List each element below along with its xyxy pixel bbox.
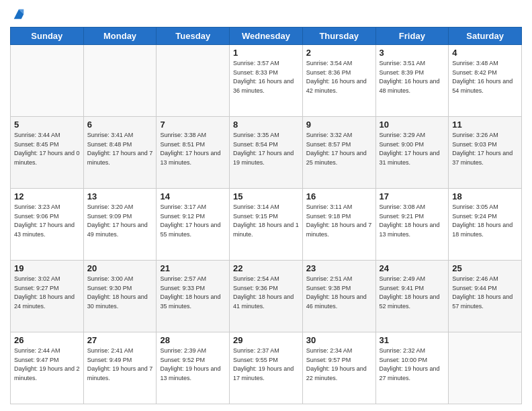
day-cell-25: 25Sunrise: 2:46 AMSunset: 9:44 PMDayligh… xyxy=(449,261,522,332)
day-number: 20 xyxy=(87,263,153,273)
day-cell-13: 13Sunrise: 3:20 AMSunset: 9:09 PMDayligh… xyxy=(83,189,157,261)
empty-cell xyxy=(11,45,84,117)
day-cell-3: 3Sunrise: 3:51 AMSunset: 8:39 PMDaylight… xyxy=(375,45,449,117)
day-info: Sunrise: 3:51 AMSunset: 8:39 PMDaylight:… xyxy=(380,59,445,95)
day-number: 1 xyxy=(233,48,299,58)
day-cell-20: 20Sunrise: 3:00 AMSunset: 9:30 PMDayligh… xyxy=(83,261,157,332)
week-row-2: 5Sunrise: 3:44 AMSunset: 8:45 PMDaylight… xyxy=(11,117,522,189)
day-info: Sunrise: 3:44 AMSunset: 8:45 PMDaylight:… xyxy=(14,131,80,167)
week-row-5: 26Sunrise: 2:44 AMSunset: 9:47 PMDayligh… xyxy=(11,332,522,404)
day-info: Sunrise: 2:49 AMSunset: 9:41 PMDaylight:… xyxy=(380,275,445,311)
day-number: 22 xyxy=(233,263,299,273)
day-number: 31 xyxy=(380,335,445,345)
day-number: 8 xyxy=(233,120,299,130)
day-cell-15: 15Sunrise: 3:14 AMSunset: 9:15 PMDayligh… xyxy=(230,189,303,261)
day-number: 12 xyxy=(14,191,80,201)
day-cell-1: 1Sunrise: 3:57 AMSunset: 8:33 PMDaylight… xyxy=(230,45,303,117)
day-cell-17: 17Sunrise: 3:08 AMSunset: 9:21 PMDayligh… xyxy=(375,189,449,261)
day-info: Sunrise: 3:11 AMSunset: 9:18 PMDaylight:… xyxy=(306,203,372,239)
day-cell-7: 7Sunrise: 3:38 AMSunset: 8:51 PMDaylight… xyxy=(157,117,230,189)
day-info: Sunrise: 2:34 AMSunset: 9:57 PMDaylight:… xyxy=(306,347,372,383)
day-cell-26: 26Sunrise: 2:44 AMSunset: 9:47 PMDayligh… xyxy=(11,332,84,404)
day-info: Sunrise: 2:39 AMSunset: 9:52 PMDaylight:… xyxy=(160,347,226,383)
page: SundayMondayTuesdayWednesdayThursdayFrid… xyxy=(0,0,532,411)
day-number: 15 xyxy=(233,191,299,201)
empty-cell xyxy=(157,45,230,117)
day-number: 16 xyxy=(306,191,372,201)
weekday-header-wednesday: Wednesday xyxy=(230,28,303,45)
day-number: 19 xyxy=(14,263,80,273)
day-cell-19: 19Sunrise: 3:02 AMSunset: 9:27 PMDayligh… xyxy=(11,261,84,332)
header xyxy=(10,7,522,21)
calendar-table: SundayMondayTuesdayWednesdayThursdayFrid… xyxy=(10,27,522,404)
day-number: 28 xyxy=(160,335,226,345)
day-cell-29: 29Sunrise: 2:37 AMSunset: 9:55 PMDayligh… xyxy=(230,332,303,404)
week-row-4: 19Sunrise: 3:02 AMSunset: 9:27 PMDayligh… xyxy=(11,261,522,332)
day-info: Sunrise: 3:26 AMSunset: 9:03 PMDaylight:… xyxy=(452,131,518,167)
weekday-header-friday: Friday xyxy=(375,28,449,45)
day-number: 27 xyxy=(87,335,153,345)
day-number: 24 xyxy=(380,263,445,273)
day-info: Sunrise: 3:35 AMSunset: 8:54 PMDaylight:… xyxy=(233,131,299,167)
weekday-header-monday: Monday xyxy=(83,28,157,45)
day-number: 14 xyxy=(160,191,226,201)
day-info: Sunrise: 2:32 AMSunset: 10:00 PMDaylight… xyxy=(380,347,445,383)
day-cell-12: 12Sunrise: 3:23 AMSunset: 9:06 PMDayligh… xyxy=(11,189,84,261)
weekday-header-row: SundayMondayTuesdayWednesdayThursdayFrid… xyxy=(11,28,522,45)
day-cell-16: 16Sunrise: 3:11 AMSunset: 9:18 PMDayligh… xyxy=(302,189,375,261)
day-cell-9: 9Sunrise: 3:32 AMSunset: 8:57 PMDaylight… xyxy=(302,117,375,189)
day-number: 23 xyxy=(306,263,372,273)
day-info: Sunrise: 3:05 AMSunset: 9:24 PMDaylight:… xyxy=(452,203,518,239)
weekday-header-tuesday: Tuesday xyxy=(157,28,230,45)
weekday-header-thursday: Thursday xyxy=(302,28,375,45)
day-info: Sunrise: 3:17 AMSunset: 9:12 PMDaylight:… xyxy=(160,203,226,239)
day-info: Sunrise: 3:14 AMSunset: 9:15 PMDaylight:… xyxy=(233,203,299,239)
day-number: 6 xyxy=(87,120,153,130)
day-info: Sunrise: 3:20 AMSunset: 9:09 PMDaylight:… xyxy=(87,203,153,239)
day-info: Sunrise: 2:51 AMSunset: 9:38 PMDaylight:… xyxy=(306,275,372,311)
day-number: 2 xyxy=(306,48,372,58)
day-number: 5 xyxy=(14,120,80,130)
day-info: Sunrise: 3:57 AMSunset: 8:33 PMDaylight:… xyxy=(233,59,299,95)
day-info: Sunrise: 3:23 AMSunset: 9:06 PMDaylight:… xyxy=(14,203,80,239)
day-info: Sunrise: 2:46 AMSunset: 9:44 PMDaylight:… xyxy=(452,275,518,311)
day-number: 29 xyxy=(233,335,299,345)
day-number: 3 xyxy=(380,48,445,58)
day-number: 25 xyxy=(452,263,518,273)
day-info: Sunrise: 3:00 AMSunset: 9:30 PMDaylight:… xyxy=(87,275,153,311)
day-number: 21 xyxy=(160,263,226,273)
day-info: Sunrise: 2:57 AMSunset: 9:33 PMDaylight:… xyxy=(160,275,226,311)
day-info: Sunrise: 2:41 AMSunset: 9:49 PMDaylight:… xyxy=(87,347,153,383)
week-row-3: 12Sunrise: 3:23 AMSunset: 9:06 PMDayligh… xyxy=(11,189,522,261)
day-cell-21: 21Sunrise: 2:57 AMSunset: 9:33 PMDayligh… xyxy=(157,261,230,332)
day-info: Sunrise: 3:48 AMSunset: 8:42 PMDaylight:… xyxy=(452,59,518,95)
empty-cell xyxy=(83,45,157,117)
day-cell-5: 5Sunrise: 3:44 AMSunset: 8:45 PMDaylight… xyxy=(11,117,84,189)
day-info: Sunrise: 3:32 AMSunset: 8:57 PMDaylight:… xyxy=(306,131,372,167)
day-cell-2: 2Sunrise: 3:54 AMSunset: 8:36 PMDaylight… xyxy=(302,45,375,117)
day-info: Sunrise: 3:08 AMSunset: 9:21 PMDaylight:… xyxy=(380,203,445,239)
day-number: 7 xyxy=(160,120,226,130)
day-cell-24: 24Sunrise: 2:49 AMSunset: 9:41 PMDayligh… xyxy=(375,261,449,332)
day-cell-31: 31Sunrise: 2:32 AMSunset: 10:00 PMDaylig… xyxy=(375,332,449,404)
week-row-1: 1Sunrise: 3:57 AMSunset: 8:33 PMDaylight… xyxy=(11,45,522,117)
day-cell-18: 18Sunrise: 3:05 AMSunset: 9:24 PMDayligh… xyxy=(449,189,522,261)
day-cell-22: 22Sunrise: 2:54 AMSunset: 9:36 PMDayligh… xyxy=(230,261,303,332)
weekday-header-saturday: Saturday xyxy=(449,28,522,45)
day-number: 30 xyxy=(306,335,372,345)
day-number: 13 xyxy=(87,191,153,201)
day-cell-10: 10Sunrise: 3:29 AMSunset: 9:00 PMDayligh… xyxy=(375,117,449,189)
day-cell-4: 4Sunrise: 3:48 AMSunset: 8:42 PMDaylight… xyxy=(449,45,522,117)
day-info: Sunrise: 2:54 AMSunset: 9:36 PMDaylight:… xyxy=(233,275,299,311)
day-info: Sunrise: 2:37 AMSunset: 9:55 PMDaylight:… xyxy=(233,347,299,383)
weekday-header-sunday: Sunday xyxy=(11,28,84,45)
day-cell-30: 30Sunrise: 2:34 AMSunset: 9:57 PMDayligh… xyxy=(302,332,375,404)
day-info: Sunrise: 3:02 AMSunset: 9:27 PMDaylight:… xyxy=(14,275,80,311)
day-cell-6: 6Sunrise: 3:41 AMSunset: 8:48 PMDaylight… xyxy=(83,117,157,189)
day-cell-27: 27Sunrise: 2:41 AMSunset: 9:49 PMDayligh… xyxy=(83,332,157,404)
day-number: 18 xyxy=(452,191,518,201)
day-cell-28: 28Sunrise: 2:39 AMSunset: 9:52 PMDayligh… xyxy=(157,332,230,404)
day-info: Sunrise: 3:54 AMSunset: 8:36 PMDaylight:… xyxy=(306,59,372,95)
logo xyxy=(10,7,26,21)
day-number: 4 xyxy=(452,48,518,58)
